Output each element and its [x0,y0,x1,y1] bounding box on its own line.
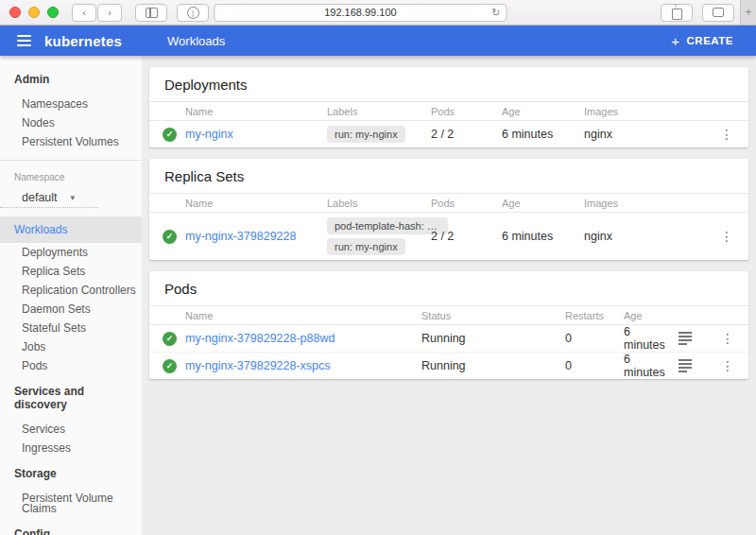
app-logo[interactable]: kubernetes [44,33,122,49]
deployments-card-title: Deployments [149,67,748,101]
zoom-window-button[interactable] [47,7,59,18]
pod-name-link[interactable]: my-nginx-379829228-xspcs [185,359,331,372]
deployments-card: Deployments Name Labels Pods Age Images … [149,67,748,147]
logs-icon[interactable] [679,359,692,371]
browser-toolbar: ‹ › | e e 192.168.99.100 ↻ + [0,0,756,26]
minimize-window-button[interactable] [28,7,40,18]
column-labels: Labels [327,106,431,117]
pods-card-title: Pods [149,271,748,305]
sidebar-section-admin: Admin [0,63,142,95]
sidebar-item-replica-sets[interactable]: Replica Sets [0,262,142,281]
pods-count: 2 / 2 [431,230,502,243]
table-row: my-nginx-379829228-p88wd Running 0 6 min… [149,325,748,353]
pod-name-link[interactable]: my-nginx-379829228-p88wd [185,332,335,345]
status-ok-icon [163,128,177,142]
plus-icon: + [671,33,679,49]
images-value: nginx [584,128,711,141]
column-name: Name [185,106,327,117]
deployments-table-header: Name Labels Pods Age Images [149,101,748,121]
table-row: my-nginx run: my-nginx 2 / 2 6 minutes n… [149,121,748,147]
column-images: Images [584,198,711,209]
pod-status: Running [421,332,565,345]
namespace-selector[interactable]: default ▾ [0,182,98,208]
create-button-label: CREATE [687,35,733,46]
pod-status: Running [421,359,565,372]
sidebar-item-services[interactable]: Services [0,420,142,439]
main-content: Deployments Name Labels Pods Age Images … [142,56,756,535]
column-status: Status [421,310,565,321]
sidebar-item-replication-controllers[interactable]: Replication Controllers [0,281,142,300]
sidebar-item-persistent-volumes[interactable]: Persistent Volumes [0,132,142,151]
column-pods: Pods [431,106,502,117]
back-button[interactable]: ‹ [72,4,96,22]
status-ok-icon [163,332,177,346]
kebab-menu-icon[interactable]: ⋮ [713,358,748,373]
restarts-count: 0 [565,332,624,345]
status-ok-icon [163,359,177,373]
sidebar-item-workloads[interactable]: Workloads [0,216,142,243]
tab-overview-button[interactable] [702,4,734,22]
window-controls [9,7,59,18]
label-chip: pod-template-hash: 37... [327,217,448,234]
deployment-name-link[interactable]: my-nginx [185,128,233,141]
sidebar-item-pods[interactable]: Pods [0,356,142,375]
sidebar-section-storage: Storage [0,457,142,489]
label-chip: run: my-nginx [327,238,405,255]
sidebar-section-config: Config [0,518,142,535]
app-bar: kubernetes Workloads + CREATE [0,26,756,56]
extension-button-1[interactable]: | [177,4,209,22]
reload-icon[interactable]: ↻ [491,7,500,19]
forward-button[interactable]: › [97,4,122,22]
share-icon [672,9,682,20]
sidebar-item-stateful-sets[interactable]: Stateful Sets [0,319,142,337]
hamburger-menu-icon[interactable] [17,35,31,46]
kebab-menu-icon[interactable]: ⋮ [713,331,748,346]
table-row: my-nginx-379829228-xspcs Running 0 6 min… [149,353,748,379]
age-value: 6 minutes [624,325,679,352]
sidebar-item-jobs[interactable]: Jobs [0,337,142,356]
column-images: Images [584,106,711,117]
label-chip: run: my-nginx [327,126,405,143]
new-tab-button[interactable]: + [740,0,756,25]
status-ok-icon [163,230,177,244]
address-bar[interactable]: 192.168.99.100 ↻ [214,4,507,22]
sidebar-item-persistent-volume-claims[interactable]: Persistent Volume Claims [0,489,142,518]
age-value: 6 minutes [502,128,584,141]
sidebar-item-deployments[interactable]: Deployments [0,243,142,262]
age-value: 6 minutes [502,230,584,243]
sidebar-icon [146,8,158,18]
column-restarts: Restarts [565,310,624,321]
extension-icon: | [187,7,199,19]
sidebar-item-nodes[interactable]: Nodes [0,113,142,132]
column-age: Age [502,198,584,209]
column-labels: Labels [327,198,431,209]
column-name: Name [185,310,421,321]
share-button[interactable] [661,4,693,22]
sidebar-item-ingresses[interactable]: Ingresses [0,439,142,457]
pods-table-header: Name Status Restarts Age [149,305,748,325]
url-text: 192.168.99.100 [324,7,396,18]
sidebar: Admin Namespaces Nodes Persistent Volume… [0,56,142,535]
chevron-down-icon: ▾ [71,193,76,202]
images-value: nginx [584,230,711,243]
logs-icon[interactable] [679,332,692,344]
sidebar-toggle-button[interactable] [135,4,167,22]
namespace-value: default [22,191,58,204]
table-row: my-nginx-379829228 pod-template-hash: 37… [149,213,748,260]
create-button[interactable]: + CREATE [671,33,733,49]
page-title: Workloads [167,34,225,48]
column-name: Name [185,198,327,209]
replica-sets-table-header: Name Labels Pods Age Images [149,193,748,213]
kebab-menu-icon[interactable]: ⋮ [711,229,748,244]
tabs-icon [713,8,724,17]
close-window-button[interactable] [9,7,21,18]
namespace-label: Namespace [0,161,142,182]
kebab-menu-icon[interactable]: ⋮ [711,127,748,142]
sidebar-item-namespaces[interactable]: Namespaces [0,95,142,113]
age-value: 6 minutes [624,353,679,379]
column-age: Age [502,106,584,117]
replica-set-name-link[interactable]: my-nginx-379829228 [185,230,296,243]
sidebar-item-daemon-sets[interactable]: Daemon Sets [0,300,142,319]
pods-count: 2 / 2 [431,128,502,141]
replica-sets-card: Replica Sets Name Labels Pods Age Images… [149,159,748,260]
